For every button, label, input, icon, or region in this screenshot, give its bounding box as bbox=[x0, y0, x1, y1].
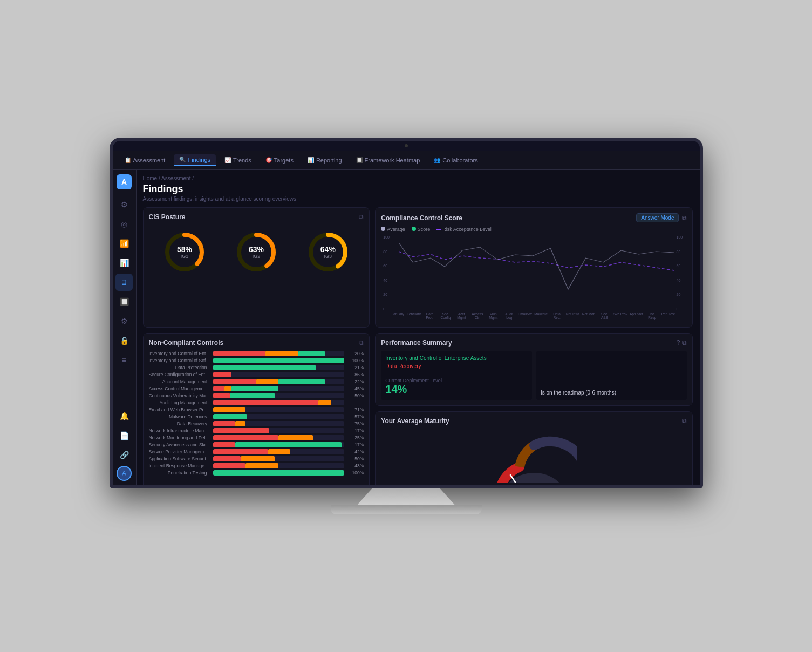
legend-average: Average bbox=[381, 227, 405, 232]
page-title: Findings bbox=[143, 184, 693, 195]
sidebar-icon-menu[interactable]: ≡ bbox=[115, 351, 133, 369]
gauge-ig1-pct: 58% bbox=[177, 245, 192, 254]
bar-row: Account Management...22% bbox=[149, 379, 364, 384]
tab-collaborators[interactable]: 👥 Collaborators bbox=[428, 155, 483, 166]
heatmap-icon: 🔲 bbox=[356, 157, 363, 163]
content-area: Home / Assessment / Findings Assessment … bbox=[137, 170, 700, 485]
sidebar-logo[interactable]: A bbox=[117, 174, 132, 189]
performance-roadmap-cell: Is on the roadmap (0-6 months) bbox=[536, 351, 687, 400]
tab-trends[interactable]: 📈 Trends bbox=[219, 155, 257, 166]
legend-score: Score bbox=[412, 227, 431, 232]
cis-circles: 58% IG1 bbox=[149, 225, 364, 279]
sidebar-icon-link[interactable]: 🔗 bbox=[115, 446, 133, 464]
non-compliant-card: Non-Compliant Controls ⧉ Inventory and C… bbox=[143, 333, 370, 485]
cis-posture-card: CIS Posture ⧉ bbox=[143, 207, 370, 328]
targets-icon: 🎯 bbox=[265, 157, 272, 163]
bar-row: Inventory and Control of Enter...20% bbox=[149, 351, 364, 356]
reporting-icon: 📊 bbox=[308, 157, 314, 163]
bar-row: Data Recovery...75% bbox=[149, 421, 364, 426]
chart-legend: Average Score Risk Acceptance Level bbox=[381, 227, 687, 232]
performance-bottom-item[interactable]: Data Recovery bbox=[385, 363, 528, 369]
monitor-bezel bbox=[113, 141, 700, 151]
tab-reporting[interactable]: 📊 Reporting bbox=[302, 155, 347, 166]
sidebar-icon-chart[interactable]: 📊 bbox=[115, 254, 133, 271]
bar-row: Email and Web Browser Protect...71% bbox=[149, 407, 364, 412]
tab-framework-heatmap[interactable]: 🔲 Framework Heatmap bbox=[351, 155, 426, 166]
performance-title: Performance Summary bbox=[381, 339, 452, 347]
tab-assessment[interactable]: 📋 Assessment bbox=[119, 155, 171, 166]
sidebar: A ⚙ ◎ 📶 📊 🖥 🔲 ⚙ 🔒 ≡ 🔔 📄 🔗 A bbox=[113, 170, 137, 485]
gauge-ig3-pct: 64% bbox=[320, 245, 336, 254]
bar-row: Continuous Vulnerability Manag...50% bbox=[149, 393, 364, 398]
sidebar-icon-gear[interactable]: ⚙ bbox=[115, 313, 133, 330]
answer-mode-button[interactable]: Answer Mode bbox=[636, 213, 679, 222]
non-compliant-title: Non-Compliant Controls bbox=[149, 339, 224, 347]
tab-targets[interactable]: 🎯 Targets bbox=[260, 155, 299, 166]
bar-row: Inventory and Control of Softw...100% bbox=[149, 358, 364, 363]
breadcrumb: Home / Assessment / bbox=[143, 175, 693, 181]
bar-row: Incident Response Management...43% bbox=[149, 463, 364, 468]
non-compliant-header: Non-Compliant Controls ⧉ bbox=[149, 339, 364, 347]
performance-items-cell: Inventory and Control of Enterprise Asse… bbox=[381, 351, 532, 400]
gauge-ig3-label: IG3 bbox=[320, 254, 336, 259]
stat-value: 14% bbox=[385, 383, 528, 396]
compliance-title: Compliance Control Score bbox=[381, 214, 462, 222]
cis-posture-title: CIS Posture bbox=[149, 213, 186, 221]
tab-findings[interactable]: 🔍 Findings bbox=[174, 154, 216, 166]
monitor-base bbox=[331, 505, 482, 514]
bar-row: Application Software Security...50% bbox=[149, 456, 364, 461]
monitor-camera bbox=[405, 144, 408, 147]
sidebar-icon-signal[interactable]: 📶 bbox=[115, 235, 133, 252]
sidebar-icon-monitor[interactable]: 🖥 bbox=[115, 274, 133, 291]
monitor-stand bbox=[358, 488, 455, 505]
sidebar-avatar[interactable]: A bbox=[117, 466, 132, 481]
bar-row: Service Provider Management...42% bbox=[149, 449, 364, 454]
bar-row: Network Infrastructure Manage...17% bbox=[149, 428, 364, 433]
gauge-ig2-pct: 63% bbox=[249, 245, 264, 254]
bar-row: Audit Log Management... bbox=[149, 400, 364, 405]
bar-row: Security Awareness and Skills...17% bbox=[149, 442, 364, 447]
app-container: 📋 Assessment 🔍 Findings 📈 Trends 🎯 Targe… bbox=[113, 151, 700, 485]
sidebar-icon-settings[interactable]: ⚙ bbox=[115, 196, 133, 213]
bar-row: Data Protection...21% bbox=[149, 365, 364, 370]
cis-posture-header: CIS Posture ⧉ bbox=[149, 213, 364, 221]
roadmap-label: Is on the roadmap (0-6 months) bbox=[541, 390, 683, 396]
performance-help[interactable]: ? bbox=[677, 339, 680, 347]
trends-icon: 📈 bbox=[224, 157, 231, 163]
bar-row: Network Monitoring and Defence...25% bbox=[149, 435, 364, 440]
maturity-title: Your Average Maturity bbox=[381, 417, 449, 425]
sidebar-icon-lock[interactable]: 🔒 bbox=[115, 332, 133, 349]
top-navigation: 📋 Assessment 🔍 Findings 📈 Trends 🎯 Targe… bbox=[113, 151, 700, 170]
gauge-ig1: 58% IG1 bbox=[163, 230, 206, 274]
findings-icon: 🔍 bbox=[179, 157, 186, 162]
maturity-header: Your Average Maturity ⧉ bbox=[381, 417, 687, 425]
bar-row: Access Control Management...45% bbox=[149, 386, 364, 391]
performance-header: Performance Summary ? ⧉ bbox=[381, 339, 687, 347]
maturity-action[interactable]: ⧉ bbox=[682, 417, 687, 425]
page-subtitle: Assessment findings, insights and at a g… bbox=[143, 196, 693, 202]
sidebar-icon-target[interactable]: ◎ bbox=[115, 215, 133, 233]
compliance-card: Compliance Control Score Answer Mode ⧉ A… bbox=[375, 207, 693, 328]
cis-posture-action[interactable]: ⧉ bbox=[359, 213, 364, 221]
performance-summary-card: Performance Summary ? ⧉ Invent bbox=[375, 333, 693, 406]
compliance-header: Compliance Control Score Answer Mode ⧉ bbox=[381, 213, 687, 222]
stat-label: Current Deployment Level bbox=[385, 378, 528, 383]
gauge-ig2-label: IG2 bbox=[249, 254, 264, 259]
sidebar-icon-grid[interactable]: 🔲 bbox=[115, 293, 133, 310]
gauge-ig3: 64% IG3 bbox=[306, 230, 350, 274]
gauge-ig1-label: IG1 bbox=[177, 254, 192, 259]
performance-top-item[interactable]: Inventory and Control of Enterprise Asse… bbox=[385, 355, 528, 361]
non-compliant-action[interactable]: ⧉ bbox=[359, 339, 364, 347]
maturity-card: Your Average Maturity ⧉ bbox=[375, 411, 693, 485]
performance-action[interactable]: ⧉ bbox=[682, 339, 687, 347]
bar-row: Secure Configuration of Enterp...86% bbox=[149, 372, 364, 377]
main-area: A ⚙ ◎ 📶 📊 🖥 🔲 ⚙ 🔒 ≡ 🔔 📄 🔗 A bbox=[113, 170, 700, 485]
bar-row: Penetration Testing...100% bbox=[149, 470, 364, 476]
chart-bars bbox=[392, 235, 674, 311]
compliance-action[interactable]: ⧉ bbox=[682, 214, 687, 222]
gauge-ig2: 63% IG2 bbox=[235, 230, 278, 274]
performance-stat: Current Deployment Level 14% bbox=[385, 378, 528, 396]
sidebar-icon-bell[interactable]: 🔔 bbox=[115, 408, 133, 425]
bar-row: Malware Defences...57% bbox=[149, 414, 364, 419]
sidebar-icon-doc[interactable]: 📄 bbox=[115, 427, 133, 444]
